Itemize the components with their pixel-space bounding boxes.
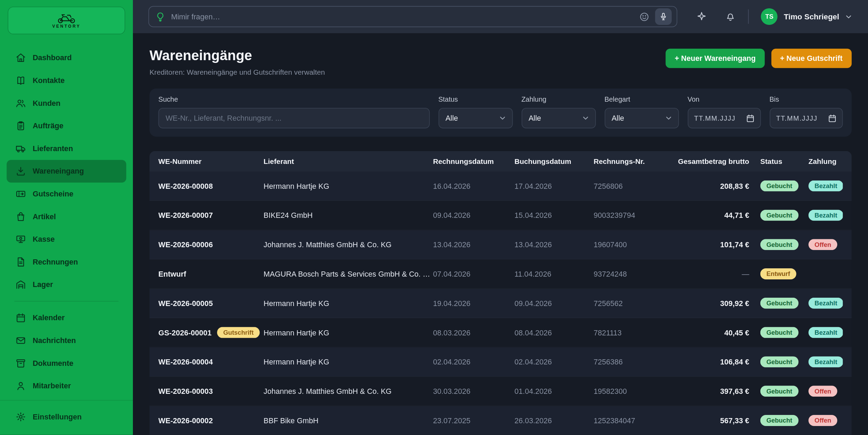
sidebar-item-mitarbeiter[interactable]: Mitarbeiter bbox=[7, 374, 126, 397]
lightbulb-icon bbox=[155, 11, 165, 22]
payment-badge: Offen bbox=[808, 386, 837, 397]
sidebar-item-einstellungen[interactable]: Einstellungen bbox=[7, 406, 126, 428]
assistant-search-bar[interactable] bbox=[148, 6, 678, 27]
invoice-date-cell: 09.04.2026 bbox=[433, 211, 514, 219]
invoice-number-cell: 7256386 bbox=[594, 358, 666, 366]
sidebar-item-auftraege[interactable]: Aufträge bbox=[7, 114, 126, 137]
invoice-icon bbox=[16, 257, 26, 267]
filter-search-input[interactable] bbox=[159, 108, 430, 128]
sidebar-item-label: Gutscheine bbox=[33, 190, 73, 198]
sidebar-footer: Einstellungen bbox=[0, 400, 133, 435]
user-menu[interactable]: TS Timo Schriegel bbox=[761, 8, 852, 25]
supplier-cell: BBF Bike GmbH bbox=[264, 416, 433, 425]
status-cell: Gebucht bbox=[760, 327, 808, 338]
supplier-cell: Hermann Hartje KG bbox=[264, 182, 433, 190]
we-number: WE-2026-00004 bbox=[159, 358, 213, 366]
status-badge: Gebucht bbox=[760, 181, 798, 192]
date-to-label: Bis bbox=[769, 96, 842, 103]
sidebar-item-kunden[interactable]: Kunden bbox=[7, 92, 126, 115]
sidebar-item-dashboard[interactable]: Dashboard bbox=[7, 46, 126, 69]
microphone-button[interactable] bbox=[655, 8, 672, 25]
status-cell: Gebucht bbox=[760, 298, 808, 309]
page-title-block: Wareneingänge Kreditoren: Wareneingänge … bbox=[150, 48, 325, 76]
sidebar-item-kalender[interactable]: Kalender bbox=[7, 306, 126, 329]
sidebar-item-label: Kasse bbox=[33, 235, 55, 243]
sidebar-item-dokumente[interactable]: Dokumente bbox=[7, 352, 126, 375]
motorcycle-logo-icon bbox=[54, 12, 79, 24]
sparkle-icon[interactable] bbox=[696, 11, 707, 22]
sidebar-item-artikel[interactable]: Artikel bbox=[7, 205, 126, 228]
table-row[interactable]: WE-2026-00003Johannes J. Matthies GmbH &… bbox=[150, 377, 851, 406]
date-from-input[interactable]: TT.MM.JJJJ bbox=[687, 108, 760, 128]
booking-date-cell: 13.04.2026 bbox=[514, 240, 594, 249]
sidebar-item-wareneingang[interactable]: Wareneingang bbox=[7, 160, 126, 183]
column-header-buchungsdatum: Buchungsdatum bbox=[514, 157, 594, 165]
column-header-zahlung: Zahlung bbox=[808, 157, 843, 165]
amount-cell: 40,45 € bbox=[666, 328, 760, 337]
date-to-value: TT.MM.JJJJ bbox=[776, 114, 817, 122]
topbar-divider bbox=[748, 9, 749, 24]
invoice-date-cell: 02.04.2026 bbox=[433, 358, 514, 366]
we-number-cell: WE-2026-00004 bbox=[159, 358, 264, 366]
table-row[interactable]: WE-2026-00004Hermann Hartje KG02.04.2026… bbox=[150, 348, 851, 377]
status-select[interactable]: Alle bbox=[438, 108, 512, 128]
person-icon bbox=[16, 381, 26, 391]
app-logo: VENTORY bbox=[8, 7, 125, 34]
booking-date-cell: 15.04.2026 bbox=[514, 211, 594, 219]
sidebar-item-gutscheine[interactable]: Gutscheine bbox=[7, 183, 126, 205]
invoice-date-cell: 16.04.2026 bbox=[433, 182, 514, 190]
filter-date-to-group: Bis TT.MM.JJJJ bbox=[769, 96, 842, 128]
table-row[interactable]: WE-2026-00007BIKE24 GmbH09.04.202615.04.… bbox=[150, 201, 851, 230]
we-number-cell: GS-2026-00001Gutschrift bbox=[159, 327, 264, 338]
page-header: Wareneingänge Kreditoren: Wareneingänge … bbox=[150, 48, 851, 76]
sidebar-item-label: Nachrichten bbox=[33, 336, 76, 345]
emoji-icon[interactable] bbox=[639, 11, 650, 22]
status-cell: Gebucht bbox=[760, 386, 808, 397]
chevron-down-icon bbox=[844, 12, 852, 21]
filter-payment-group: Zahlung Alle bbox=[521, 96, 595, 128]
status-badge: Gebucht bbox=[760, 239, 798, 250]
booking-date-cell: 11.04.2026 bbox=[514, 270, 594, 278]
topbar: TS Timo Schriegel bbox=[133, 0, 868, 33]
table-row[interactable]: GS-2026-00001GutschriftHermann Hartje KG… bbox=[150, 318, 851, 348]
table-row[interactable]: WE-2026-00005Hermann Hartje KG19.04.2026… bbox=[150, 289, 851, 318]
sidebar-item-rechnungen[interactable]: Rechnungen bbox=[7, 251, 126, 274]
payment-cell: Offen bbox=[808, 386, 843, 397]
status-badge: Gebucht bbox=[760, 210, 798, 221]
sidebar-item-label: Dashboard bbox=[33, 54, 72, 62]
assistant-search-input[interactable] bbox=[171, 12, 634, 21]
filter-search-group: Suche bbox=[159, 96, 430, 128]
documents-icon bbox=[16, 358, 26, 368]
sidebar-item-lager[interactable]: Lager bbox=[7, 273, 126, 296]
payment-cell: Bezahlt bbox=[808, 356, 843, 367]
table-row[interactable]: WE-2026-00002BBF Bike GmbH23.07.202526.0… bbox=[150, 406, 851, 435]
supplier-cell: Johannes J. Matthies GmbH & Co. KG bbox=[264, 240, 433, 249]
sidebar-item-lieferanten[interactable]: Lieferanten bbox=[7, 137, 126, 160]
column-header-we-nummer: WE-Nummer bbox=[159, 157, 264, 165]
table-row[interactable]: EntwurfMAGURA Bosch Parts & Services Gmb… bbox=[150, 259, 851, 289]
sidebar: VENTORY DashboardKontakteKundenAufträgeL… bbox=[0, 0, 133, 435]
new-goods-receipt-button[interactable]: + Neuer Wareneingang bbox=[666, 49, 765, 68]
date-to-input[interactable]: TT.MM.JJJJ bbox=[769, 108, 842, 128]
we-number: WE-2026-00002 bbox=[159, 416, 213, 425]
sidebar-item-nachrichten[interactable]: Nachrichten bbox=[7, 329, 126, 352]
sidebar-item-kontakte[interactable]: Kontakte bbox=[7, 69, 126, 92]
sidebar-item-kasse[interactable]: Kasse bbox=[7, 228, 126, 251]
booking-date-cell: 01.04.2026 bbox=[514, 387, 594, 395]
booking-date-cell: 02.04.2026 bbox=[514, 358, 594, 366]
status-cell: Entwurf bbox=[760, 268, 808, 279]
new-credit-note-button[interactable]: + Neue Gutschrift bbox=[771, 49, 851, 68]
sidebar-item-label: Kalender bbox=[33, 314, 64, 322]
doctype-select[interactable]: Alle bbox=[604, 108, 678, 128]
main-area: TS Timo Schriegel Wareneingänge Kreditor… bbox=[133, 0, 868, 435]
sidebar-item-label: Lager bbox=[33, 280, 53, 289]
bell-icon[interactable] bbox=[725, 11, 736, 22]
sidebar-item-label: Aufträge bbox=[33, 122, 63, 130]
table-row[interactable]: WE-2026-00006Johannes J. Matthies GmbH &… bbox=[150, 230, 851, 260]
search-label: Suche bbox=[159, 96, 430, 103]
payment-select[interactable]: Alle bbox=[521, 108, 595, 128]
table-row[interactable]: WE-2026-00008Hermann Hartje KG16.04.2026… bbox=[150, 172, 851, 201]
payment-cell: Bezahlt bbox=[808, 327, 843, 338]
amount-cell: 208,83 € bbox=[666, 182, 760, 190]
filter-doctype-group: Belegart Alle bbox=[604, 96, 678, 128]
